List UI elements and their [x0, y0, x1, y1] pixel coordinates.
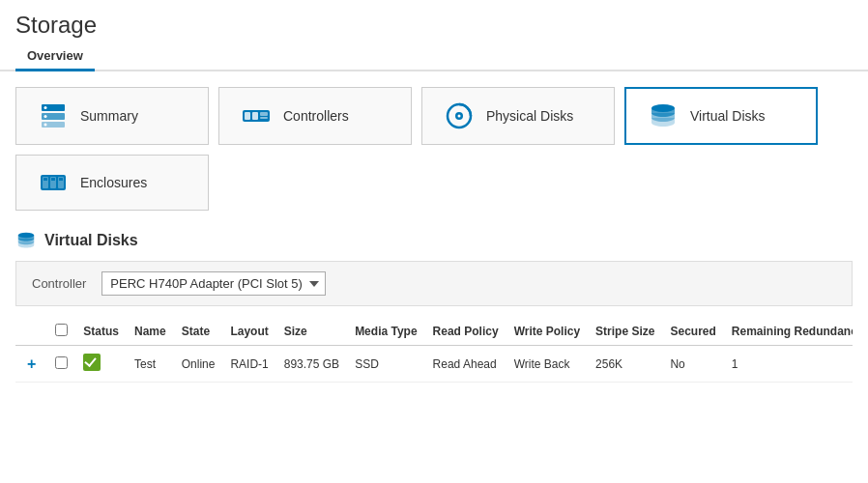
col-secured: Secured — [662, 318, 723, 346]
svg-point-4 — [44, 115, 47, 118]
virtual-disks-table: Status Name State Layout Size Media Type… — [15, 318, 853, 383]
physical-disks-icon — [442, 99, 477, 133]
col-name: Name — [127, 318, 174, 346]
enclosures-label: Enclosures — [80, 175, 147, 190]
svg-point-13 — [458, 115, 461, 118]
filter-label: Controller — [32, 276, 86, 291]
section-title: Virtual Disks — [15, 230, 853, 251]
svg-point-5 — [44, 124, 47, 127]
select-all-checkbox[interactable] — [55, 324, 68, 336]
row-remaining-redundancy: 1 — [724, 346, 853, 383]
svg-rect-21 — [59, 178, 63, 181]
svg-rect-7 — [245, 112, 250, 120]
col-remaining-redundancy: Remaining Redundancy — [724, 318, 853, 346]
controller-select[interactable]: PERC H740P Adapter (PCI Slot 5) — [101, 271, 326, 296]
row-stripe-size: 256K — [588, 346, 662, 383]
col-stripe-size: Stripe Size — [588, 318, 662, 346]
controllers-label: Controllers — [283, 108, 349, 124]
table-row: + Test Online RAID-1 893.75 GB SSD Read … — [15, 346, 853, 383]
virtual-disks-label: Virtual Disks — [690, 108, 766, 124]
col-state: State — [174, 318, 223, 346]
col-write-policy: Write Policy — [506, 318, 588, 346]
row-checkbox-cell — [47, 346, 75, 383]
row-secured: No — [662, 346, 723, 383]
svg-rect-20 — [51, 178, 55, 181]
virtual-disks-icon — [646, 99, 680, 133]
row-name: Test — [127, 346, 174, 383]
row-media-type: SSD — [347, 346, 424, 383]
svg-rect-19 — [43, 178, 47, 181]
row-status — [75, 346, 127, 383]
page-title: Storage — [15, 12, 853, 39]
nav-card-virtual-disks[interactable]: Virtual Disks — [624, 87, 818, 145]
add-row-button[interactable]: + — [23, 355, 40, 373]
physical-disks-label: Physical Disks — [486, 108, 573, 124]
tabs-bar: Overview — [0, 43, 868, 71]
tab-overview[interactable]: Overview — [15, 43, 95, 71]
add-cell: + — [15, 346, 47, 383]
col-status: Status — [75, 318, 127, 346]
table-header-row: Status Name State Layout Size Media Type… — [15, 318, 853, 346]
row-checkbox[interactable] — [55, 356, 68, 369]
col-read-policy: Read Policy — [425, 318, 506, 346]
section-title-text: Virtual Disks — [44, 232, 138, 249]
svg-rect-9 — [260, 112, 268, 116]
table-wrapper: Status Name State Layout Size Media Type… — [15, 318, 853, 383]
row-read-policy: Read Ahead — [425, 346, 506, 383]
nav-card-summary[interactable]: Summary — [15, 87, 209, 145]
svg-rect-8 — [252, 112, 258, 120]
nav-card-enclosures[interactable]: Enclosures — [15, 155, 209, 211]
nav-cards: Summary Controllers Physical Disks — [0, 71, 868, 220]
filter-bar: Controller PERC H740P Adapter (PCI Slot … — [15, 261, 853, 306]
row-write-policy: Write Back — [506, 346, 588, 383]
row-state: Online — [174, 346, 223, 383]
svg-point-3 — [44, 106, 47, 109]
col-add — [15, 318, 47, 346]
col-layout: Layout — [222, 318, 275, 346]
header-checkbox-cell — [47, 318, 75, 346]
virtual-disks-section: Virtual Disks Controller PERC H740P Adap… — [0, 220, 868, 383]
summary-icon — [36, 99, 71, 133]
summary-label: Summary — [80, 108, 138, 124]
controllers-icon — [239, 99, 274, 133]
row-layout: RAID-1 — [222, 346, 275, 383]
page-header: Storage — [0, 0, 868, 39]
row-size: 893.75 GB — [276, 346, 347, 383]
col-media-type: Media Type — [347, 318, 424, 346]
enclosures-icon — [36, 165, 71, 200]
status-ok-icon — [83, 354, 101, 371]
svg-rect-10 — [260, 117, 268, 119]
section-icon — [15, 230, 37, 251]
nav-card-physical-disks[interactable]: Physical Disks — [421, 87, 615, 145]
nav-card-controllers[interactable]: Controllers — [218, 87, 412, 145]
col-size: Size — [276, 318, 347, 346]
